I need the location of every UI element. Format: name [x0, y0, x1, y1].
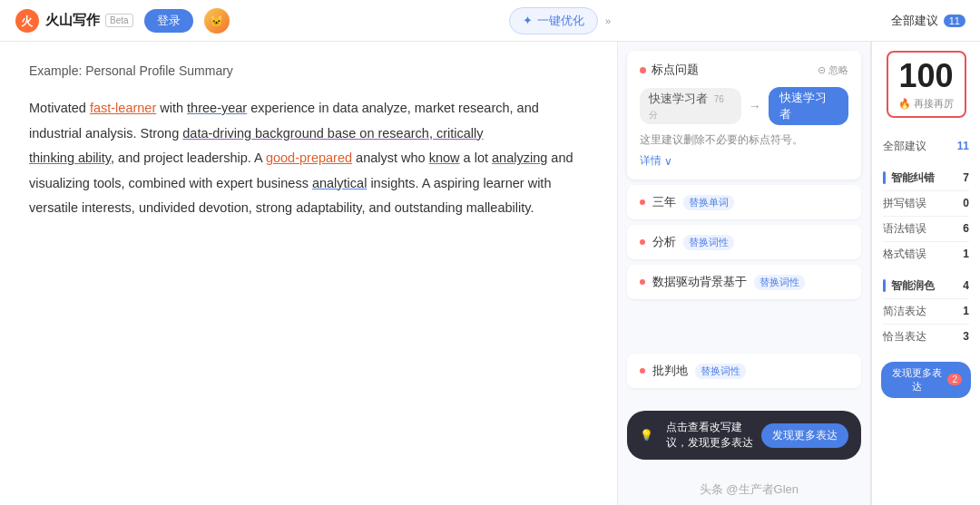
tag-3[interactable]: 替换词性: [683, 235, 734, 250]
group-1-count: 7: [963, 171, 969, 184]
word-suggested-1[interactable]: 快速学习者: [769, 87, 848, 125]
sidebar-group-1-header: 智能纠错 7: [883, 166, 969, 191]
avatar[interactable]: 🐱: [204, 8, 230, 34]
sidebar-group-1: 智能纠错 7 拼写错误 0 语法错误 6 格式错误 1: [872, 162, 980, 270]
sidebar-proper-row[interactable]: 恰当表达 3: [883, 325, 969, 349]
sidebar-format-count: 1: [963, 248, 969, 260]
suggestion-card-2: 三年 替换单词: [627, 185, 861, 219]
discover-count: 2: [947, 374, 962, 385]
group-2-count: 4: [963, 279, 969, 292]
suggestion-card-3: 分析 替换词性: [627, 225, 861, 259]
sidebar-proper-label: 恰当表达: [883, 329, 926, 345]
sidebar-group-2-header: 智能润色 4: [883, 274, 969, 299]
top-center: ✦ 一键优化 »: [240, 7, 880, 34]
accent-bar-1: [883, 171, 886, 184]
label-5: 批判地: [652, 363, 688, 379]
sidebar-all-label: 全部建议: [883, 139, 926, 154]
sidebar-concise-count: 1: [963, 305, 969, 317]
sidebar-grammar-label: 语法错误: [883, 221, 926, 237]
tooltip-popup: 💡 点击查看改写建议，发现更多表达 发现更多表达: [627, 411, 861, 460]
tag-2[interactable]: 替换单词: [683, 195, 734, 210]
suggestion-card-1: 标点问题 ⊝ 忽略 快速学习者 76分 → 快速学习者 这里建议删除不必要的标点…: [627, 51, 861, 180]
text-three-year: three-year: [187, 101, 247, 115]
tooltip-action-button[interactable]: 发现更多表达: [761, 423, 848, 448]
more-icon[interactable]: »: [605, 15, 611, 26]
card-desc-1: 这里建议删除不必要的标点符号。: [640, 132, 848, 148]
discover-section: 发现更多表达 2: [872, 353, 980, 398]
text-and: , and project leadership. A: [111, 151, 266, 165]
tooltip-text: 点击查看改写建议，发现更多表达: [666, 420, 754, 451]
watermark: 头条 @生产者Glen: [700, 481, 799, 498]
text-analyzing: analyzing: [492, 151, 547, 165]
star-icon: ✦: [523, 14, 533, 27]
right-sidebar: 100 🔥 再接再厉 全部建议 11 智能纠错 7 拼写错误: [871, 42, 980, 505]
editor-area[interactable]: Example: Personal Profile Summary Motiva…: [0, 42, 617, 505]
sidebar-spell-row[interactable]: 拼写错误 0: [883, 191, 969, 217]
card-title-1: 标点问题: [640, 62, 699, 78]
dot-5: [640, 368, 645, 374]
text-with: with: [156, 101, 187, 115]
top-suggestions: 全部建议 11: [891, 13, 965, 29]
sidebar-concise-row[interactable]: 简洁表达 1: [883, 299, 969, 325]
fire-icon: 🔥: [898, 98, 911, 110]
text-know: know: [429, 151, 460, 165]
sidebar-grammar-row[interactable]: 语法错误 6: [883, 217, 969, 242]
text-analytical: analytical: [312, 176, 367, 190]
word-options-1: 快速学习者 76分 → 快速学习者: [640, 87, 848, 125]
text-alot: a lot: [460, 151, 492, 165]
suggestion-card-5: 批判地 替换词性: [627, 354, 861, 388]
sidebar-group-2: 智能润色 4 简洁表达 1 恰当表达 3: [872, 270, 980, 353]
sidebar-concise-label: 简洁表达: [883, 304, 926, 319]
label-4: 数据驱动背景基于: [652, 274, 747, 290]
doc-title: Example: Personal Profile Summary: [29, 63, 588, 78]
arrow-icon: →: [749, 99, 761, 113]
card-dot-1: [640, 67, 646, 73]
svg-text:火: 火: [20, 15, 34, 28]
dot-3: [640, 239, 645, 245]
top-bar: 火 火山写作 Beta 登录 🐱 ✦ 一键优化 » 全部建议 11: [0, 0, 980, 42]
sidebar-spell-count: 0: [963, 197, 969, 209]
optimize-label: 一键优化: [537, 13, 584, 29]
text-good-prepared: good-prepared: [266, 151, 352, 165]
dot-2: [640, 199, 645, 205]
bulb-icon: 💡: [640, 429, 653, 442]
sidebar-spell-label: 拼写错误: [883, 196, 926, 211]
score-sub: 🔥 再接再厉: [897, 97, 956, 111]
sidebar-group-1-label: 智能纠错: [883, 170, 935, 186]
accent-bar-2: [883, 279, 886, 292]
optimize-button[interactable]: ✦ 一键优化: [509, 7, 598, 34]
sidebar-grammar-count: 6: [963, 222, 969, 235]
middle-panel: 标点问题 ⊝ 忽略 快速学习者 76分 → 快速学习者 这里建议删除不必要的标点…: [617, 42, 871, 505]
all-suggestions-label: 全部建议: [891, 13, 938, 29]
label-2: 三年: [652, 194, 676, 210]
score-number: 100: [897, 58, 956, 94]
sidebar-format-row[interactable]: 格式错误 1: [883, 242, 969, 267]
suggestion-card-4: 数据驱动背景基于 替换词性: [627, 265, 861, 299]
detail-link-1[interactable]: 详情 ∨: [640, 153, 848, 169]
label-3: 分析: [652, 234, 676, 250]
discover-button[interactable]: 发现更多表达 2: [881, 362, 971, 398]
sidebar-proper-count: 3: [963, 330, 969, 343]
suggestions-count: 11: [944, 15, 965, 27]
word-original-1: 快速学习者 76分: [640, 88, 741, 124]
sidebar-all-count: 11: [957, 140, 969, 152]
sidebar-group-2-label: 智能润色: [883, 278, 935, 294]
logo-icon: 火: [15, 8, 40, 34]
score-box: 100 🔥 再接再厉: [887, 51, 966, 118]
tag-4[interactable]: 替换词性: [754, 275, 805, 290]
text-fast-learner: fast-learner: [90, 101, 156, 115]
ignore-button-1[interactable]: ⊝ 忽略: [818, 63, 848, 77]
login-button[interactable]: 登录: [144, 9, 193, 33]
doc-content: Motivated fast-learner with three-year e…: [29, 96, 588, 221]
sidebar-all-row[interactable]: 全部建议 11: [883, 134, 969, 159]
text-motivated: Motivated: [29, 101, 90, 115]
sidebar-all-section: 全部建议 11: [872, 131, 980, 162]
dot-4: [640, 279, 645, 285]
logo-area: 火 火山写作 Beta: [15, 8, 133, 34]
sidebar-format-label: 格式错误: [883, 247, 926, 262]
text-analyst: analyst who: [352, 151, 429, 165]
card-header-1: 标点问题 ⊝ 忽略: [640, 62, 848, 78]
tag-5[interactable]: 替换词性: [695, 364, 746, 379]
main-layout: Example: Personal Profile Summary Motiva…: [0, 42, 980, 505]
app-name: 火山写作: [45, 12, 100, 29]
